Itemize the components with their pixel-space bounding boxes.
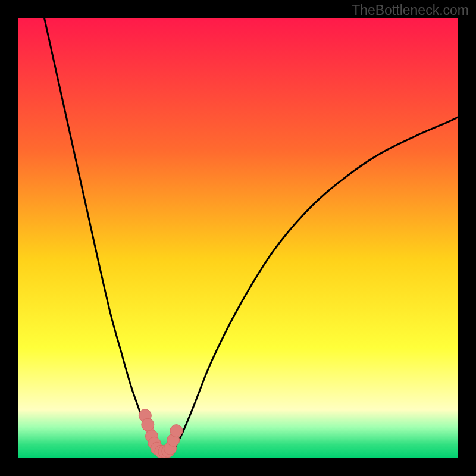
chart-container: { "watermark": "TheBottleneck.com", "col… bbox=[0, 0, 476, 476]
marker-dot bbox=[170, 425, 183, 437]
marker-dot bbox=[142, 418, 154, 431]
bottleneck-chart-svg bbox=[0, 0, 476, 476]
watermark-text: TheBottleneck.com bbox=[352, 2, 469, 18]
gradient-plot-area bbox=[18, 18, 458, 458]
